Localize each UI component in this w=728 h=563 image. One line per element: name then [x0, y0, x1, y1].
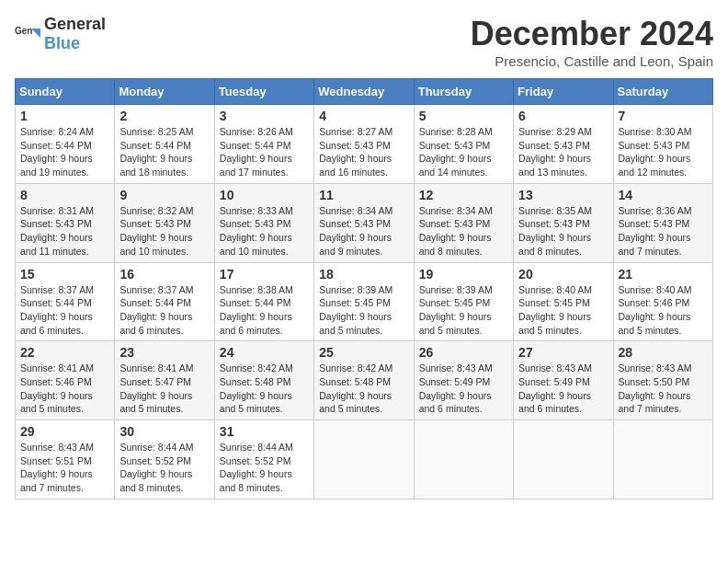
calendar-cell: [414, 420, 513, 500]
day-number: 8: [20, 188, 109, 202]
calendar-cell: 22 Sunrise: 8:41 AM Sunset: 5:46 PM Dayl…: [16, 341, 115, 420]
week-row-4: 22 Sunrise: 8:41 AM Sunset: 5:46 PM Dayl…: [16, 341, 713, 420]
header-monday: Monday: [115, 79, 214, 105]
calendar-cell: 7 Sunrise: 8:30 AM Sunset: 5:43 PM Dayli…: [613, 105, 712, 184]
calendar-cell: 8 Sunrise: 8:31 AM Sunset: 5:43 PM Dayli…: [16, 183, 115, 262]
logo-general: General: [44, 15, 106, 33]
calendar-cell: 5 Sunrise: 8:28 AM Sunset: 5:43 PM Dayli…: [414, 105, 513, 184]
day-number: 31: [220, 424, 309, 439]
day-info: Sunrise: 8:43 AM Sunset: 5:49 PM Dayligh…: [518, 362, 608, 416]
day-info: Sunrise: 8:39 AM Sunset: 5:45 PM Dayligh…: [319, 283, 408, 338]
day-number: 7: [619, 109, 708, 123]
logo: Gen General Blue: [15, 15, 106, 53]
calendar-cell: 31 Sunrise: 8:44 AM Sunset: 5:52 PM Dayl…: [214, 420, 313, 500]
logo-blue: Blue: [44, 34, 80, 52]
day-number: 17: [220, 267, 309, 282]
calendar-header-row: SundayMondayTuesdayWednesdayThursdayFrid…: [16, 79, 713, 105]
day-info: Sunrise: 8:33 AM Sunset: 5:43 PM Dayligh…: [220, 204, 309, 259]
header-wednesday: Wednesday: [314, 79, 414, 105]
header-friday: Friday: [514, 79, 613, 105]
calendar-cell: [314, 420, 414, 500]
day-info: Sunrise: 8:34 AM Sunset: 5:43 PM Dayligh…: [319, 204, 408, 259]
day-number: 3: [220, 109, 309, 123]
header-thursday: Thursday: [414, 79, 513, 105]
day-info: Sunrise: 8:32 AM Sunset: 5:43 PM Dayligh…: [119, 204, 209, 259]
calendar-cell: 30 Sunrise: 8:44 AM Sunset: 5:52 PM Dayl…: [115, 420, 214, 500]
calendar-cell: 28 Sunrise: 8:43 AM Sunset: 5:50 PM Dayl…: [613, 341, 712, 420]
header-saturday: Saturday: [613, 79, 712, 105]
day-info: Sunrise: 8:30 AM Sunset: 5:43 PM Dayligh…: [619, 125, 708, 179]
day-number: 26: [419, 345, 508, 360]
day-info: Sunrise: 8:41 AM Sunset: 5:47 PM Dayligh…: [119, 362, 209, 416]
day-number: 2: [119, 109, 209, 123]
day-number: 28: [619, 345, 708, 360]
day-number: 13: [518, 188, 608, 202]
title-area: December 2024 Presencio, Castille and Le…: [471, 15, 713, 69]
month-title: December 2024: [471, 15, 713, 53]
calendar-cell: 26 Sunrise: 8:43 AM Sunset: 5:49 PM Dayl…: [414, 341, 513, 420]
logo-icon: Gen: [15, 21, 40, 47]
calendar-cell: 20 Sunrise: 8:40 AM Sunset: 5:45 PM Dayl…: [514, 262, 613, 341]
calendar-cell: 13 Sunrise: 8:35 AM Sunset: 5:43 PM Dayl…: [514, 183, 613, 262]
day-number: 21: [619, 267, 708, 282]
day-number: 18: [319, 267, 408, 282]
day-number: 30: [119, 424, 209, 439]
calendar-cell: 27 Sunrise: 8:43 AM Sunset: 5:49 PM Dayl…: [514, 341, 613, 420]
calendar-cell: 24 Sunrise: 8:42 AM Sunset: 5:48 PM Dayl…: [214, 341, 313, 420]
day-info: Sunrise: 8:40 AM Sunset: 5:45 PM Dayligh…: [518, 283, 608, 338]
day-number: 27: [518, 345, 608, 360]
day-number: 19: [419, 267, 508, 282]
header: Gen General Blue December 2024 Presencio…: [15, 15, 713, 69]
calendar-cell: 12 Sunrise: 8:34 AM Sunset: 5:43 PM Dayl…: [414, 183, 513, 262]
day-info: Sunrise: 8:42 AM Sunset: 5:48 PM Dayligh…: [319, 362, 408, 416]
calendar-cell: 21 Sunrise: 8:40 AM Sunset: 5:46 PM Dayl…: [613, 262, 712, 341]
day-number: 4: [319, 109, 408, 123]
day-info: Sunrise: 8:28 AM Sunset: 5:43 PM Dayligh…: [419, 125, 508, 179]
day-number: 10: [220, 188, 309, 202]
week-row-2: 8 Sunrise: 8:31 AM Sunset: 5:43 PM Dayli…: [16, 183, 713, 262]
calendar-cell: 14 Sunrise: 8:36 AM Sunset: 5:43 PM Dayl…: [613, 183, 712, 262]
day-number: 20: [518, 267, 608, 282]
svg-text:Gen: Gen: [15, 26, 32, 36]
calendar-cell: 9 Sunrise: 8:32 AM Sunset: 5:43 PM Dayli…: [115, 183, 214, 262]
calendar-cell: 16 Sunrise: 8:37 AM Sunset: 5:44 PM Dayl…: [115, 262, 214, 341]
day-info: Sunrise: 8:41 AM Sunset: 5:46 PM Dayligh…: [20, 362, 109, 416]
day-info: Sunrise: 8:24 AM Sunset: 5:44 PM Dayligh…: [20, 125, 109, 179]
calendar-cell: [613, 420, 712, 500]
calendar-cell: 25 Sunrise: 8:42 AM Sunset: 5:48 PM Dayl…: [314, 341, 414, 420]
day-info: Sunrise: 8:43 AM Sunset: 5:51 PM Dayligh…: [20, 441, 109, 495]
day-number: 29: [20, 424, 109, 439]
day-info: Sunrise: 8:43 AM Sunset: 5:49 PM Dayligh…: [419, 362, 508, 416]
day-info: Sunrise: 8:40 AM Sunset: 5:46 PM Dayligh…: [619, 283, 708, 338]
day-info: Sunrise: 8:38 AM Sunset: 5:44 PM Dayligh…: [220, 283, 309, 338]
day-number: 9: [119, 188, 209, 202]
day-info: Sunrise: 8:35 AM Sunset: 5:43 PM Dayligh…: [518, 204, 608, 259]
calendar-cell: 11 Sunrise: 8:34 AM Sunset: 5:43 PM Dayl…: [314, 183, 414, 262]
calendar-cell: 10 Sunrise: 8:33 AM Sunset: 5:43 PM Dayl…: [214, 183, 313, 262]
header-sunday: Sunday: [16, 79, 115, 105]
svg-marker-1: [31, 29, 40, 38]
calendar-cell: 3 Sunrise: 8:26 AM Sunset: 5:44 PM Dayli…: [214, 105, 313, 184]
day-number: 14: [619, 188, 708, 202]
location-title: Presencio, Castille and Leon, Spain: [471, 53, 713, 69]
day-number: 24: [220, 345, 309, 360]
day-info: Sunrise: 8:37 AM Sunset: 5:44 PM Dayligh…: [119, 283, 209, 338]
day-info: Sunrise: 8:26 AM Sunset: 5:44 PM Dayligh…: [220, 125, 309, 179]
week-row-1: 1 Sunrise: 8:24 AM Sunset: 5:44 PM Dayli…: [16, 105, 713, 184]
calendar-cell: 17 Sunrise: 8:38 AM Sunset: 5:44 PM Dayl…: [214, 262, 313, 341]
day-number: 15: [20, 267, 109, 282]
day-number: 12: [419, 188, 508, 202]
day-number: 25: [319, 345, 408, 360]
calendar-cell: 2 Sunrise: 8:25 AM Sunset: 5:44 PM Dayli…: [115, 105, 214, 184]
day-number: 11: [319, 188, 408, 202]
day-info: Sunrise: 8:39 AM Sunset: 5:45 PM Dayligh…: [419, 283, 508, 338]
day-number: 6: [518, 109, 608, 123]
calendar-cell: 1 Sunrise: 8:24 AM Sunset: 5:44 PM Dayli…: [16, 105, 115, 184]
week-row-5: 29 Sunrise: 8:43 AM Sunset: 5:51 PM Dayl…: [16, 420, 713, 500]
day-info: Sunrise: 8:29 AM Sunset: 5:43 PM Dayligh…: [518, 125, 608, 179]
calendar-cell: [514, 420, 613, 500]
calendar-cell: 4 Sunrise: 8:27 AM Sunset: 5:43 PM Dayli…: [314, 105, 414, 184]
day-info: Sunrise: 8:27 AM Sunset: 5:43 PM Dayligh…: [319, 125, 408, 179]
calendar-cell: 29 Sunrise: 8:43 AM Sunset: 5:51 PM Dayl…: [16, 420, 115, 500]
day-number: 22: [20, 345, 109, 360]
